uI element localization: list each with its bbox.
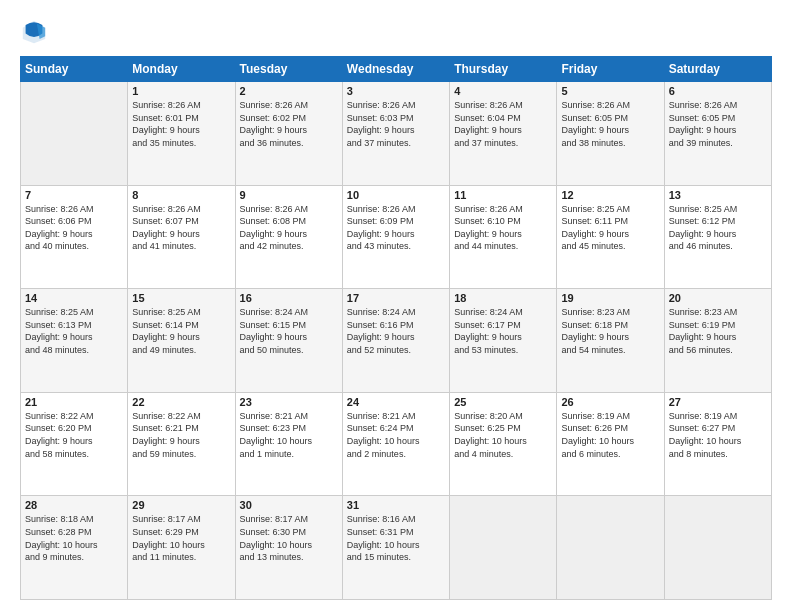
day-number: 1: [132, 85, 230, 97]
day-info: Sunrise: 8:21 AM Sunset: 6:24 PM Dayligh…: [347, 410, 445, 460]
calendar-week-row: 21Sunrise: 8:22 AM Sunset: 6:20 PM Dayli…: [21, 392, 772, 496]
day-number: 2: [240, 85, 338, 97]
day-number: 31: [347, 499, 445, 511]
calendar-day-cell: [557, 496, 664, 600]
calendar-week-row: 28Sunrise: 8:18 AM Sunset: 6:28 PM Dayli…: [21, 496, 772, 600]
calendar-day-cell: 15Sunrise: 8:25 AM Sunset: 6:14 PM Dayli…: [128, 289, 235, 393]
day-number: 6: [669, 85, 767, 97]
day-info: Sunrise: 8:21 AM Sunset: 6:23 PM Dayligh…: [240, 410, 338, 460]
calendar-day-cell: 1Sunrise: 8:26 AM Sunset: 6:01 PM Daylig…: [128, 82, 235, 186]
day-info: Sunrise: 8:26 AM Sunset: 6:02 PM Dayligh…: [240, 99, 338, 149]
logo-icon: [20, 18, 48, 46]
calendar-day-cell: 29Sunrise: 8:17 AM Sunset: 6:29 PM Dayli…: [128, 496, 235, 600]
calendar-day-cell: 24Sunrise: 8:21 AM Sunset: 6:24 PM Dayli…: [342, 392, 449, 496]
day-number: 11: [454, 189, 552, 201]
calendar-day-cell: 11Sunrise: 8:26 AM Sunset: 6:10 PM Dayli…: [450, 185, 557, 289]
page: SundayMondayTuesdayWednesdayThursdayFrid…: [0, 0, 792, 612]
day-info: Sunrise: 8:26 AM Sunset: 6:09 PM Dayligh…: [347, 203, 445, 253]
day-info: Sunrise: 8:26 AM Sunset: 6:04 PM Dayligh…: [454, 99, 552, 149]
calendar-day-cell: 6Sunrise: 8:26 AM Sunset: 6:05 PM Daylig…: [664, 82, 771, 186]
day-header-monday: Monday: [128, 57, 235, 82]
calendar-day-cell: 17Sunrise: 8:24 AM Sunset: 6:16 PM Dayli…: [342, 289, 449, 393]
day-info: Sunrise: 8:23 AM Sunset: 6:19 PM Dayligh…: [669, 306, 767, 356]
day-info: Sunrise: 8:25 AM Sunset: 6:14 PM Dayligh…: [132, 306, 230, 356]
calendar-day-cell: 10Sunrise: 8:26 AM Sunset: 6:09 PM Dayli…: [342, 185, 449, 289]
day-info: Sunrise: 8:26 AM Sunset: 6:03 PM Dayligh…: [347, 99, 445, 149]
calendar-day-cell: 4Sunrise: 8:26 AM Sunset: 6:04 PM Daylig…: [450, 82, 557, 186]
day-number: 29: [132, 499, 230, 511]
day-number: 3: [347, 85, 445, 97]
day-number: 12: [561, 189, 659, 201]
day-header-tuesday: Tuesday: [235, 57, 342, 82]
day-info: Sunrise: 8:25 AM Sunset: 6:11 PM Dayligh…: [561, 203, 659, 253]
day-number: 20: [669, 292, 767, 304]
day-header-sunday: Sunday: [21, 57, 128, 82]
day-info: Sunrise: 8:26 AM Sunset: 6:07 PM Dayligh…: [132, 203, 230, 253]
day-number: 16: [240, 292, 338, 304]
calendar-day-cell: 23Sunrise: 8:21 AM Sunset: 6:23 PM Dayli…: [235, 392, 342, 496]
calendar-week-row: 1Sunrise: 8:26 AM Sunset: 6:01 PM Daylig…: [21, 82, 772, 186]
day-number: 26: [561, 396, 659, 408]
calendar-day-cell: 19Sunrise: 8:23 AM Sunset: 6:18 PM Dayli…: [557, 289, 664, 393]
header: [20, 18, 772, 46]
day-number: 4: [454, 85, 552, 97]
day-info: Sunrise: 8:22 AM Sunset: 6:20 PM Dayligh…: [25, 410, 123, 460]
calendar-day-cell: 5Sunrise: 8:26 AM Sunset: 6:05 PM Daylig…: [557, 82, 664, 186]
day-info: Sunrise: 8:25 AM Sunset: 6:13 PM Dayligh…: [25, 306, 123, 356]
calendar-header-row: SundayMondayTuesdayWednesdayThursdayFrid…: [21, 57, 772, 82]
day-info: Sunrise: 8:24 AM Sunset: 6:16 PM Dayligh…: [347, 306, 445, 356]
day-header-friday: Friday: [557, 57, 664, 82]
day-number: 10: [347, 189, 445, 201]
calendar-day-cell: 18Sunrise: 8:24 AM Sunset: 6:17 PM Dayli…: [450, 289, 557, 393]
day-number: 18: [454, 292, 552, 304]
logo: [20, 18, 52, 46]
day-info: Sunrise: 8:20 AM Sunset: 6:25 PM Dayligh…: [454, 410, 552, 460]
day-number: 14: [25, 292, 123, 304]
day-number: 15: [132, 292, 230, 304]
calendar-week-row: 14Sunrise: 8:25 AM Sunset: 6:13 PM Dayli…: [21, 289, 772, 393]
day-info: Sunrise: 8:19 AM Sunset: 6:26 PM Dayligh…: [561, 410, 659, 460]
day-number: 24: [347, 396, 445, 408]
calendar-day-cell: 2Sunrise: 8:26 AM Sunset: 6:02 PM Daylig…: [235, 82, 342, 186]
day-info: Sunrise: 8:22 AM Sunset: 6:21 PM Dayligh…: [132, 410, 230, 460]
day-number: 30: [240, 499, 338, 511]
calendar-day-cell: [664, 496, 771, 600]
day-info: Sunrise: 8:26 AM Sunset: 6:06 PM Dayligh…: [25, 203, 123, 253]
calendar-day-cell: [21, 82, 128, 186]
day-header-saturday: Saturday: [664, 57, 771, 82]
day-number: 23: [240, 396, 338, 408]
day-number: 27: [669, 396, 767, 408]
day-info: Sunrise: 8:18 AM Sunset: 6:28 PM Dayligh…: [25, 513, 123, 563]
day-info: Sunrise: 8:16 AM Sunset: 6:31 PM Dayligh…: [347, 513, 445, 563]
day-info: Sunrise: 8:24 AM Sunset: 6:15 PM Dayligh…: [240, 306, 338, 356]
day-info: Sunrise: 8:24 AM Sunset: 6:17 PM Dayligh…: [454, 306, 552, 356]
calendar-day-cell: 9Sunrise: 8:26 AM Sunset: 6:08 PM Daylig…: [235, 185, 342, 289]
calendar-day-cell: [450, 496, 557, 600]
calendar-day-cell: 14Sunrise: 8:25 AM Sunset: 6:13 PM Dayli…: [21, 289, 128, 393]
calendar-day-cell: 25Sunrise: 8:20 AM Sunset: 6:25 PM Dayli…: [450, 392, 557, 496]
day-number: 19: [561, 292, 659, 304]
calendar-week-row: 7Sunrise: 8:26 AM Sunset: 6:06 PM Daylig…: [21, 185, 772, 289]
day-info: Sunrise: 8:26 AM Sunset: 6:05 PM Dayligh…: [669, 99, 767, 149]
day-info: Sunrise: 8:23 AM Sunset: 6:18 PM Dayligh…: [561, 306, 659, 356]
day-info: Sunrise: 8:26 AM Sunset: 6:10 PM Dayligh…: [454, 203, 552, 253]
day-number: 5: [561, 85, 659, 97]
day-number: 25: [454, 396, 552, 408]
day-number: 13: [669, 189, 767, 201]
calendar-day-cell: 8Sunrise: 8:26 AM Sunset: 6:07 PM Daylig…: [128, 185, 235, 289]
day-header-wednesday: Wednesday: [342, 57, 449, 82]
day-number: 7: [25, 189, 123, 201]
day-info: Sunrise: 8:17 AM Sunset: 6:30 PM Dayligh…: [240, 513, 338, 563]
day-header-thursday: Thursday: [450, 57, 557, 82]
day-info: Sunrise: 8:19 AM Sunset: 6:27 PM Dayligh…: [669, 410, 767, 460]
calendar-day-cell: 3Sunrise: 8:26 AM Sunset: 6:03 PM Daylig…: [342, 82, 449, 186]
day-info: Sunrise: 8:25 AM Sunset: 6:12 PM Dayligh…: [669, 203, 767, 253]
calendar-day-cell: 31Sunrise: 8:16 AM Sunset: 6:31 PM Dayli…: [342, 496, 449, 600]
day-info: Sunrise: 8:26 AM Sunset: 6:08 PM Dayligh…: [240, 203, 338, 253]
day-number: 21: [25, 396, 123, 408]
day-info: Sunrise: 8:26 AM Sunset: 6:05 PM Dayligh…: [561, 99, 659, 149]
calendar-day-cell: 20Sunrise: 8:23 AM Sunset: 6:19 PM Dayli…: [664, 289, 771, 393]
calendar-day-cell: 12Sunrise: 8:25 AM Sunset: 6:11 PM Dayli…: [557, 185, 664, 289]
day-info: Sunrise: 8:26 AM Sunset: 6:01 PM Dayligh…: [132, 99, 230, 149]
calendar-day-cell: 30Sunrise: 8:17 AM Sunset: 6:30 PM Dayli…: [235, 496, 342, 600]
